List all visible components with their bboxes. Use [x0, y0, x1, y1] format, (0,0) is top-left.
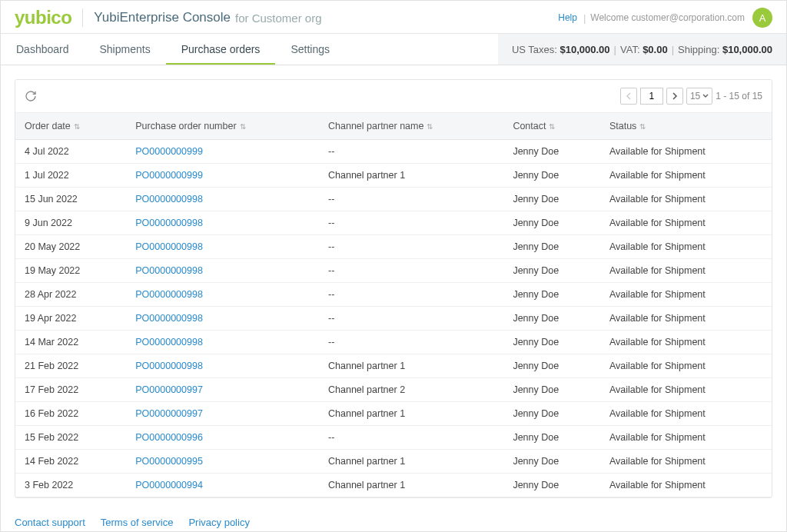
cell-contact: Jenny Doe	[503, 188, 600, 211]
table-row[interactable]: 9 Jun 2022PO0000000998--Jenny DoeAvailab…	[15, 211, 772, 235]
nav-settings[interactable]: Settings	[275, 34, 345, 65]
po-link[interactable]: PO0000000995	[135, 456, 203, 467]
cell-order-date: 19 May 2022	[15, 259, 126, 283]
po-link[interactable]: PO0000000998	[135, 313, 203, 324]
col-status[interactable]: Status⇅	[600, 113, 772, 140]
col-contact[interactable]: Contact⇅	[503, 113, 600, 140]
cell-contact: Jenny Doe	[503, 283, 600, 307]
cell-partner: --	[319, 331, 503, 354]
sort-icon: ⇅	[639, 124, 646, 130]
table-row[interactable]: 20 May 2022PO0000000998--Jenny DoeAvaila…	[15, 235, 772, 259]
cell-order-date: 28 Apr 2022	[15, 283, 126, 307]
footer-privacy[interactable]: Privacy policy	[188, 517, 249, 528]
cell-contact: Jenny Doe	[503, 450, 600, 474]
po-link[interactable]: PO0000000994	[135, 480, 203, 490]
cell-status: Available for Shipment	[600, 259, 772, 283]
po-link[interactable]: PO0000000998	[135, 265, 203, 276]
nav-dashboard[interactable]: Dashboard	[1, 34, 85, 65]
table-row[interactable]: 1 Jul 2022PO0000000999Channel partner 1J…	[15, 164, 772, 188]
cell-order-date: 17 Feb 2022	[15, 378, 126, 402]
table-row[interactable]: 14 Feb 2022PO0000000995Channel partner 1…	[15, 450, 772, 474]
col-po-number[interactable]: Purchase order number⇅	[126, 113, 319, 140]
cell-contact: Jenny Doe	[503, 402, 600, 426]
footer-terms[interactable]: Terms of service	[101, 517, 174, 528]
vat-value: $0.00	[643, 44, 668, 55]
perpage-value: 15	[690, 91, 700, 101]
pager-next[interactable]	[666, 88, 683, 105]
po-link[interactable]: PO0000000998	[135, 337, 203, 347]
sort-icon: ⇅	[549, 124, 555, 130]
footer-contact-support[interactable]: Contact support	[15, 517, 85, 528]
cell-partner: Channel partner 1	[319, 354, 503, 378]
cell-status: Available for Shipment	[600, 474, 772, 497]
cell-contact: Jenny Doe	[503, 307, 600, 331]
table-row[interactable]: 16 Feb 2022PO0000000997Channel partner 1…	[15, 402, 772, 426]
po-link[interactable]: PO0000000999	[135, 170, 203, 181]
po-link[interactable]: PO0000000997	[135, 384, 203, 395]
cell-partner: Channel partner 1	[319, 474, 503, 497]
pager-perpage[interactable]: 15	[686, 88, 712, 105]
cell-status: Available for Shipment	[600, 331, 772, 354]
cell-partner: --	[319, 211, 503, 235]
table-row[interactable]: 3 Feb 2022PO0000000994Channel partner 1J…	[15, 474, 772, 497]
cell-order-date: 20 May 2022	[15, 235, 126, 259]
logo: yubico	[15, 7, 71, 28]
pager: 15 1 - 15 of 15	[620, 88, 762, 105]
po-link[interactable]: PO0000000996	[135, 432, 203, 443]
nav-purchase-orders[interactable]: Purchase orders	[166, 34, 276, 65]
help-link[interactable]: Help	[558, 12, 577, 23]
pager-page-input[interactable]	[640, 88, 663, 105]
cell-partner: Channel partner 1	[319, 450, 503, 474]
cell-contact: Jenny Doe	[503, 378, 600, 402]
cell-order-date: 4 Jul 2022	[15, 140, 126, 164]
po-link[interactable]: PO0000000998	[135, 361, 203, 371]
cell-partner: --	[319, 235, 503, 259]
cell-order-date: 15 Jun 2022	[15, 188, 126, 211]
po-link[interactable]: PO0000000998	[135, 289, 203, 300]
sort-icon: ⇅	[74, 124, 80, 130]
avatar[interactable]: A	[752, 8, 772, 28]
cell-order-date: 15 Feb 2022	[15, 426, 126, 450]
cell-status: Available for Shipment	[600, 164, 772, 188]
cell-order-date: 3 Feb 2022	[15, 474, 126, 497]
cell-contact: Jenny Doe	[503, 474, 600, 497]
table-row[interactable]: 19 Apr 2022PO0000000998--Jenny DoeAvaila…	[15, 307, 772, 331]
po-link[interactable]: PO0000000998	[135, 218, 203, 228]
po-link[interactable]: PO0000000998	[135, 241, 203, 252]
cell-status: Available for Shipment	[600, 211, 772, 235]
nav-shipments[interactable]: Shipments	[85, 34, 166, 65]
cell-status: Available for Shipment	[600, 140, 772, 164]
table-row[interactable]: 17 Feb 2022PO0000000997Channel partner 2…	[15, 378, 772, 402]
cell-order-date: 19 Apr 2022	[15, 307, 126, 331]
cell-contact: Jenny Doe	[503, 259, 600, 283]
cell-status: Available for Shipment	[600, 283, 772, 307]
table-row[interactable]: 19 May 2022PO0000000998--Jenny DoeAvaila…	[15, 259, 772, 283]
cell-status: Available for Shipment	[600, 378, 772, 402]
cell-partner: --	[319, 140, 503, 164]
table-row[interactable]: 15 Jun 2022PO0000000998--Jenny DoeAvaila…	[15, 188, 772, 211]
card-toolbar: 15 1 - 15 of 15	[15, 80, 772, 113]
cell-partner: --	[319, 426, 503, 450]
cell-order-date: 21 Feb 2022	[15, 354, 126, 378]
refresh-icon[interactable]	[25, 90, 37, 102]
cell-partner: Channel partner 1	[319, 164, 503, 188]
console-title: YubiEnterprise Console	[94, 10, 231, 25]
table-row[interactable]: 28 Apr 2022PO0000000998--Jenny DoeAvaila…	[15, 283, 772, 307]
us-taxes-value: $10,000.00	[560, 44, 610, 55]
pager-prev[interactable]	[620, 88, 637, 105]
cell-order-date: 16 Feb 2022	[15, 402, 126, 426]
table-row[interactable]: 4 Jul 2022PO0000000999--Jenny DoeAvailab…	[15, 140, 772, 164]
table-row[interactable]: 21 Feb 2022PO0000000998Channel partner 1…	[15, 354, 772, 378]
table-row[interactable]: 15 Feb 2022PO0000000996--Jenny DoeAvaila…	[15, 426, 772, 450]
po-card: 15 1 - 15 of 15 Order date⇅ Purchase ord…	[15, 79, 772, 498]
cell-status: Available for Shipment	[600, 354, 772, 378]
cell-status: Available for Shipment	[600, 307, 772, 331]
col-order-date[interactable]: Order date⇅	[15, 113, 126, 140]
po-link[interactable]: PO0000000997	[135, 408, 203, 419]
col-channel-partner[interactable]: Channel partner name⇅	[319, 113, 503, 140]
us-taxes-label: US Taxes:	[512, 44, 557, 55]
summary-bar: US Taxes: $10,000.00 | VAT: $0.00 | Ship…	[498, 34, 786, 65]
po-link[interactable]: PO0000000999	[135, 146, 203, 157]
table-row[interactable]: 14 Mar 2022PO0000000998--Jenny DoeAvaila…	[15, 331, 772, 354]
po-link[interactable]: PO0000000998	[135, 194, 203, 204]
